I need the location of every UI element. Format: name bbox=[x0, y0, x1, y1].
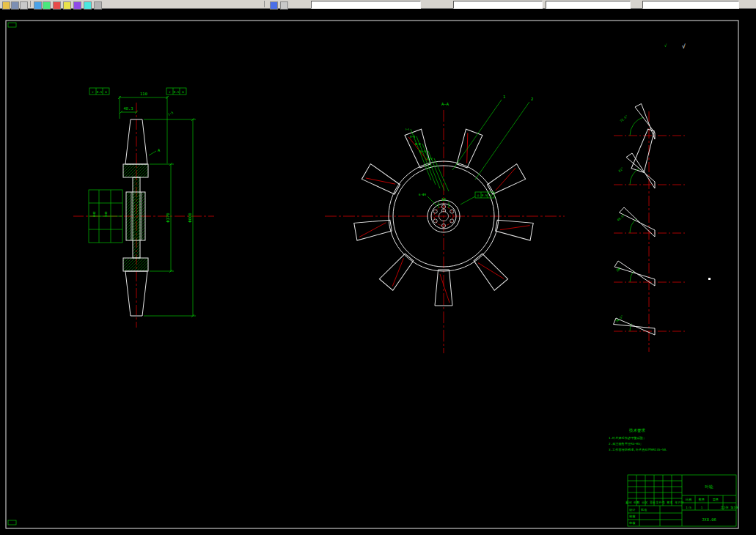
gdt-datum: A bbox=[182, 90, 184, 94]
toolbar-separator bbox=[30, 1, 31, 7]
weight-label: 重量 bbox=[713, 498, 719, 501]
gdt-frame-right: ⌖ 0.5 A bbox=[166, 88, 186, 95]
frame-mark-top-left bbox=[8, 23, 16, 27]
sheet-label: 共1张 第1张 bbox=[721, 506, 739, 509]
blade-profile bbox=[635, 104, 655, 140]
linetype-combo[interactable] bbox=[546, 1, 631, 9]
dim-text: 48.3 bbox=[123, 106, 133, 111]
hub-bracket-detail: Φ48 Φ40 bbox=[89, 190, 122, 243]
dim-text: 16 bbox=[441, 197, 447, 202]
surface-finish-marks: √ √ bbox=[664, 43, 686, 50]
sheet-frame bbox=[6, 21, 738, 528]
fan-label: Ⅲ—Ⅲ bbox=[415, 142, 421, 146]
drawing-number: JX8.06 bbox=[702, 517, 716, 522]
fan-label: Ⅴ—Ⅴ bbox=[427, 157, 433, 160]
plot-icon[interactable] bbox=[53, 1, 61, 10]
open-icon[interactable] bbox=[2, 1, 10, 10]
blade-detail-view: 38° bbox=[614, 261, 687, 286]
fan-label: Ⅰ—Ⅰ bbox=[405, 128, 409, 131]
section-title: A—A bbox=[441, 102, 449, 106]
fan-label: Ⅳ—Ⅳ bbox=[419, 150, 427, 153]
blade-profile bbox=[626, 153, 655, 188]
cursor-dot bbox=[708, 278, 711, 280]
layers-icon[interactable] bbox=[63, 1, 71, 10]
finish-check-icon: √ bbox=[682, 43, 686, 50]
color-combo[interactable] bbox=[453, 1, 543, 9]
scale-label: 比例 bbox=[686, 498, 691, 502]
front-wheel-view: A—A bbox=[325, 95, 565, 353]
blade-detail-view: 49.5° bbox=[614, 207, 687, 237]
balloon-label: 2 bbox=[531, 97, 533, 101]
blade-detail-view: 26.5° bbox=[614, 314, 688, 335]
qty-label: 数量 bbox=[699, 498, 705, 501]
rim-section-bottom bbox=[123, 258, 148, 271]
taper-label: 1:5 bbox=[167, 111, 174, 117]
properties-icon[interactable] bbox=[73, 1, 81, 10]
blade-detail-views: 72.5° 61° 49.5° 38° 26.5° bbox=[614, 99, 688, 352]
hub-section bbox=[126, 192, 145, 240]
part-name: 叶轮 bbox=[705, 484, 714, 490]
lineweight-combo[interactable] bbox=[642, 1, 739, 9]
technical-requirements: 技术要求 1.叶片焊后作静平衡试验; 2.未注圆角半径R3~R5; 3.工作面涂… bbox=[609, 428, 669, 451]
angle-label: 49.5° bbox=[616, 213, 625, 222]
finish-mark-icon: √ bbox=[664, 43, 667, 48]
field-label: 批准 bbox=[640, 508, 647, 512]
fan-label: Ⅱ—Ⅱ bbox=[410, 135, 415, 139]
dim-top-width: 48.3 bbox=[120, 106, 138, 114]
gdt-value: 0.5 bbox=[174, 90, 180, 94]
angle-label: 26.5° bbox=[614, 314, 624, 323]
frame-mark-bottom-left bbox=[8, 520, 16, 525]
section-leader-fan: Ⅰ—Ⅰ Ⅱ—Ⅱ Ⅲ—Ⅲ Ⅳ—Ⅳ Ⅴ—Ⅴ bbox=[405, 128, 449, 191]
gdt-datum: A bbox=[490, 193, 492, 197]
dim-rim-dia: Φ370 bbox=[150, 163, 174, 273]
undo-icon[interactable] bbox=[34, 1, 42, 10]
angle-label: 72.5° bbox=[619, 114, 628, 123]
gdt-symbol: ◎ bbox=[477, 193, 480, 197]
revision-row-label: 标记 处数 分区 更改文件号 签名 年月日 bbox=[625, 501, 684, 505]
angle-label: 61° bbox=[617, 166, 624, 173]
hub-dim-label: Φ48 bbox=[92, 211, 96, 217]
tech-req-note: 1.叶片焊后作静平衡试验; bbox=[609, 436, 645, 440]
qty-value: 1 bbox=[701, 506, 703, 509]
tech-req-title: 技术要求 bbox=[629, 428, 646, 433]
gdt-datum: A bbox=[105, 90, 107, 94]
save-icon[interactable] bbox=[11, 1, 19, 10]
dim-text: Φ600 bbox=[188, 213, 192, 222]
dim-text: Φ370 bbox=[166, 213, 170, 222]
toolbar-separator bbox=[264, 1, 265, 7]
note-text: 6-Φ9 bbox=[419, 193, 427, 196]
rim-section-top bbox=[123, 164, 148, 177]
gdt-symbol: ⌖ bbox=[169, 90, 171, 94]
grid-icon[interactable] bbox=[94, 1, 102, 10]
pan-icon[interactable] bbox=[280, 1, 288, 10]
print-icon[interactable] bbox=[20, 1, 28, 10]
section-arrow-label: A bbox=[158, 148, 161, 152]
bolt-hole-note: 6-Φ9 bbox=[419, 193, 437, 206]
tech-req-note: 2.未注圆角半径R3~R5; bbox=[609, 442, 642, 446]
gdt-value: 0.5 bbox=[482, 193, 488, 197]
layer-combo[interactable] bbox=[311, 1, 421, 9]
drawing-canvas[interactable]: √ √ Φ48 Φ40 bbox=[0, 8, 756, 535]
left-section-view: Φ48 Φ40 ⌖ 0.5 A ⌖ 0.5 A 110 bbox=[73, 88, 214, 328]
scale-value: 1:5 bbox=[686, 506, 691, 509]
blade-profile bbox=[620, 207, 656, 237]
dim-text: 110 bbox=[140, 92, 147, 96]
measure-icon[interactable] bbox=[84, 1, 92, 10]
field-label: 设计 bbox=[629, 508, 636, 512]
field-label: 校核 bbox=[629, 514, 636, 518]
blade-detail-view: 61° bbox=[614, 153, 687, 188]
hub-dim-label: Φ40 bbox=[104, 211, 108, 217]
gdt-frame-left: ⌖ 0.5 A bbox=[89, 88, 109, 95]
zoom-icon[interactable] bbox=[270, 1, 278, 10]
balloon-label: 1 bbox=[503, 95, 505, 99]
gdt-value: 0.5 bbox=[97, 90, 103, 94]
section-arrow: A bbox=[149, 148, 161, 155]
top-toolbar bbox=[0, 0, 756, 9]
field-label: 审核 bbox=[629, 521, 636, 525]
blade-detail-view: 72.5° bbox=[614, 99, 687, 176]
tech-req-note: 3.工作面涂防锈漆,叶片热处理HRC45~50。 bbox=[609, 448, 669, 451]
title-block: 叶轮 JX8.06 比例 1:5 数量 1 重量 共1张 第1张 标记 处数 分… bbox=[625, 475, 739, 526]
gdt-symbol: ⌖ bbox=[92, 90, 94, 94]
redo-icon[interactable] bbox=[43, 1, 51, 10]
